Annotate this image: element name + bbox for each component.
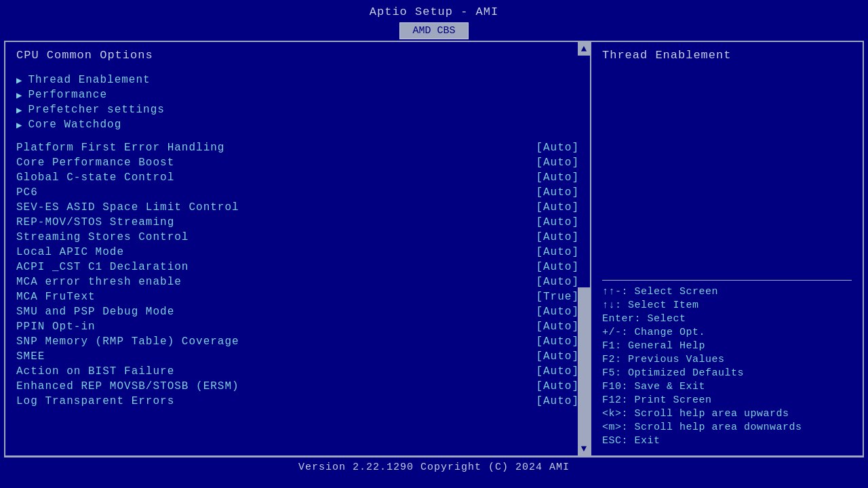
setting-name: Local APIC Mode	[16, 246, 124, 258]
setting-value: [True]	[536, 291, 579, 303]
setting-name: Log Transparent Errors	[16, 395, 174, 407]
setting-name: Global C-state Control	[16, 171, 174, 184]
submenu-item-label: Prefetcher settings	[28, 104, 164, 116]
scrollbar[interactable]: ▲ ▼	[578, 42, 590, 455]
setting-row[interactable]: Streaming Stores Control[Auto]	[16, 231, 579, 243]
setting-row[interactable]: MCA FruText[True]	[16, 291, 579, 303]
setting-value: [Auto]	[536, 201, 579, 214]
scrollbar-track	[578, 56, 590, 442]
setting-row[interactable]: MCA error thresh enable[Auto]	[16, 276, 579, 288]
help-divider	[602, 280, 852, 281]
shortcut-row: F12: Print Screen	[602, 394, 852, 406]
setting-value: [Auto]	[536, 336, 579, 348]
setting-row[interactable]: REP-MOV/STOS Streaming[Auto]	[16, 216, 579, 228]
setting-value: [Auto]	[536, 380, 579, 392]
setting-name: Platform First Error Handling	[16, 142, 224, 154]
setting-row[interactable]: Local APIC Mode[Auto]	[16, 246, 579, 258]
setting-value: [Auto]	[536, 276, 579, 288]
submenu-item[interactable]: ▶Core Watchdog	[16, 119, 579, 131]
setting-value: [Auto]	[536, 365, 579, 378]
bottom-bar: Version 2.22.1290 Copyright (C) 2024 AMI	[4, 457, 864, 477]
setting-name: SMEE	[16, 350, 45, 363]
left-panel: CPU Common Options ▶Thread Enablement▶Pe…	[5, 42, 591, 455]
shortcut-row: Enter: Select	[602, 313, 852, 325]
setting-name: Action on BIST Failure	[16, 365, 174, 378]
setting-row[interactable]: Action on BIST Failure[Auto]	[16, 365, 579, 378]
setting-name: PC6	[16, 186, 38, 199]
setting-value: [Auto]	[536, 216, 579, 228]
main-area: CPU Common Options ▶Thread Enablement▶Pe…	[4, 41, 864, 457]
submenu-arrow-icon: ▶	[16, 89, 22, 101]
shortcut-row: +/-: Change Opt.	[602, 327, 852, 338]
version-text: Version 2.22.1290 Copyright (C) 2024 AMI	[298, 462, 570, 473]
submenu-item-label: Thread Enablement	[28, 74, 150, 86]
shortcuts-list: ↑↑-: Select Screen↑↓: Select ItemEnter: …	[602, 286, 852, 449]
shortcut-row: <m>: Scroll help area downwards	[602, 422, 852, 433]
setting-row[interactable]: Enhanced REP MOVSB/STOSB (ERSM)[Auto]	[16, 380, 579, 392]
shortcut-row: <k>: Scroll help area upwards	[602, 408, 852, 420]
setting-row[interactable]: SNP Memory (RMP Table) Coverage[Auto]	[16, 336, 579, 348]
setting-name: MCA FruText	[16, 291, 96, 303]
setting-row[interactable]: ACPI _CST C1 Declaration[Auto]	[16, 261, 579, 273]
setting-row[interactable]: PPIN Opt-in[Auto]	[16, 321, 579, 333]
submenu-arrow-icon: ▶	[16, 104, 22, 116]
shortcut-row: F1: General Help	[602, 340, 852, 352]
setting-value: [Auto]	[536, 350, 579, 363]
setting-value: [Auto]	[536, 186, 579, 199]
setting-value: [Auto]	[536, 157, 579, 169]
shortcut-row: ↑↓: Select Item	[602, 300, 852, 311]
setting-value: [Auto]	[536, 142, 579, 154]
shortcut-row: ↑↑-: Select Screen	[602, 286, 852, 298]
setting-row[interactable]: SMEE[Auto]	[16, 350, 579, 363]
shortcut-row: F10: Save & Exit	[602, 381, 852, 392]
shortcut-row: ESC: Exit	[602, 435, 852, 447]
setting-value: [Auto]	[536, 395, 579, 407]
setting-name: MCA error thresh enable	[16, 276, 182, 288]
setting-row[interactable]: PC6[Auto]	[16, 186, 579, 199]
setting-row[interactable]: Core Performance Boost[Auto]	[16, 157, 579, 169]
setting-row[interactable]: Log Transparent Errors[Auto]	[16, 395, 579, 407]
submenu-item[interactable]: ▶Performance	[16, 89, 579, 101]
scrollbar-up-arrow[interactable]: ▲	[581, 42, 587, 56]
setting-value: [Auto]	[536, 246, 579, 258]
setting-value: [Auto]	[536, 171, 579, 184]
setting-row[interactable]: Platform First Error Handling[Auto]	[16, 142, 579, 154]
setting-value: [Auto]	[536, 261, 579, 273]
submenu-item-label: Core Watchdog	[28, 119, 121, 131]
shortcut-row: F2: Previous Values	[602, 354, 852, 365]
app-title: Aptio Setup - AMI	[370, 5, 498, 18]
setting-row[interactable]: SMU and PSP Debug Mode[Auto]	[16, 306, 579, 318]
setting-name: REP-MOV/STOS Streaming	[16, 216, 174, 228]
setting-value: [Auto]	[536, 321, 579, 333]
setting-name: Streaming Stores Control	[16, 231, 189, 243]
setting-name: PPIN Opt-in	[16, 321, 96, 333]
setting-name: SNP Memory (RMP Table) Coverage	[16, 336, 239, 348]
submenu-arrow-icon: ▶	[16, 119, 22, 131]
submenu-list: ▶Thread Enablement▶Performance▶Prefetche…	[16, 74, 579, 131]
help-content	[602, 70, 852, 274]
setting-row[interactable]: SEV-ES ASID Space Limit Control[Auto]	[16, 201, 579, 214]
tab-bar: AMD CBS	[0, 21, 868, 39]
submenu-item-label: Performance	[28, 89, 107, 101]
scrollbar-thumb	[578, 56, 590, 287]
setting-value: [Auto]	[536, 231, 579, 243]
setting-value: [Auto]	[536, 306, 579, 318]
title-bar: Aptio Setup - AMI	[0, 0, 868, 21]
tab-amd-cbs[interactable]: AMD CBS	[399, 22, 468, 39]
scrollbar-down-arrow[interactable]: ▼	[581, 442, 587, 455]
right-panel: Thread Enablement ↑↑-: Select Screen↑↓: …	[591, 42, 863, 455]
setting-name: Core Performance Boost	[16, 157, 174, 169]
setting-name: SEV-ES ASID Space Limit Control	[16, 201, 239, 214]
submenu-item[interactable]: ▶Thread Enablement	[16, 74, 579, 86]
setting-name: Enhanced REP MOVSB/STOSB (ERSM)	[16, 380, 239, 392]
submenu-arrow-icon: ▶	[16, 75, 22, 86]
settings-list: Platform First Error Handling[Auto]Core …	[16, 142, 579, 407]
submenu-item[interactable]: ▶Prefetcher settings	[16, 104, 579, 116]
setting-name: SMU and PSP Debug Mode	[16, 306, 174, 318]
shortcut-row: F5: Optimized Defaults	[602, 367, 852, 379]
left-panel-title: CPU Common Options	[16, 49, 579, 62]
help-title: Thread Enablement	[602, 49, 852, 62]
setting-name: ACPI _CST C1 Declaration	[16, 261, 189, 273]
setting-row[interactable]: Global C-state Control[Auto]	[16, 171, 579, 184]
